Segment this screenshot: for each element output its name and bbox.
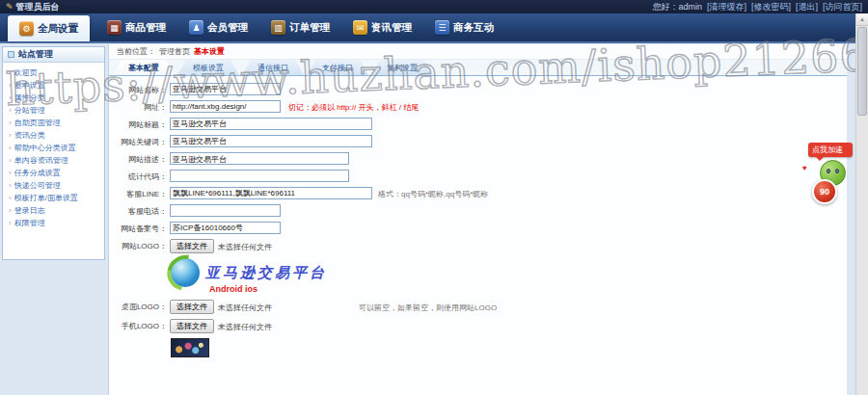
sidebar-item-express[interactable]: ›快递公司管理: [9, 179, 104, 192]
sidebar-item-basic-settings[interactable]: ›基本设置: [9, 79, 104, 92]
sidebar-item-login-log[interactable]: ›登录日志: [9, 204, 104, 217]
site-description-textarea[interactable]: 亚马逊交易平台: [170, 152, 349, 165]
nav-tab-interaction[interactable]: ☰ 商务互动: [423, 13, 505, 41]
scrollbar-up-icon[interactable]: ▲: [856, 13, 868, 26]
icp-number-label: 网站备案号：: [113, 222, 167, 234]
scrollbar-thumb[interactable]: [857, 27, 867, 116]
site-url-input[interactable]: [170, 100, 281, 113]
site-keywords-input[interactable]: [170, 135, 372, 147]
site-name-label: 网站名称：: [113, 83, 167, 95]
mobile-logo-preview-image: [171, 338, 209, 357]
site-logo-choose-file-button[interactable]: 选择文件: [170, 239, 214, 253]
logout-link[interactable]: [退出]: [796, 1, 818, 13]
site-url-note: 切记：必须以 http:// 开头，斜杠 / 结尾: [288, 100, 419, 113]
site-name-input[interactable]: [170, 83, 281, 95]
icp-number-input[interactable]: [170, 222, 281, 234]
tab-compound-settings[interactable]: 复利设置: [371, 60, 433, 75]
chevron-right-icon: ›: [9, 131, 12, 140]
speedup-widget: 点我加速 ♥ 90: [808, 143, 853, 157]
clear-cache-link[interactable]: [清理缓存]: [707, 1, 746, 13]
interaction-icon: ☰: [435, 20, 449, 35]
chevron-right-icon: ›: [9, 156, 12, 165]
speed-score-ball[interactable]: 90: [812, 179, 837, 204]
sidebar-item-single-news[interactable]: ›单内容资讯管理: [9, 154, 104, 167]
chevron-right-icon: ›: [9, 181, 12, 190]
analytics-code-textarea[interactable]: [170, 170, 349, 182]
sidebar-item-substation[interactable]: ›分站管理: [9, 104, 104, 117]
sidebar-item-print-template[interactable]: ›模板打单/面单设置: [9, 192, 104, 204]
sidebar-item-news-category[interactable]: ›资讯分类: [9, 129, 104, 142]
tab-basic-config[interactable]: 基本配置: [113, 60, 175, 75]
chevron-right-icon: ›: [9, 68, 12, 77]
logo-title-text: 亚马逊交易平台: [205, 264, 327, 282]
sidebar-item-attribute-category[interactable]: ›属性分类: [9, 92, 104, 104]
greeting-text: 您好：admin: [652, 1, 702, 13]
desktop-logo-choose-file-button[interactable]: 选择文件: [170, 300, 214, 314]
nav-tab-label: 订单管理: [289, 21, 330, 35]
nav-tab-products[interactable]: ▦ 商品管理: [95, 13, 177, 41]
site-logo-preview: 亚马逊交易平台 Android ios: [171, 258, 847, 294]
site-home-link[interactable]: [访问首页]: [823, 1, 862, 13]
chevron-right-icon: ›: [9, 81, 12, 90]
sidebar-item-help-center[interactable]: ›帮助中心分类设置: [9, 142, 104, 154]
nav-tab-label: 资讯管理: [371, 21, 412, 35]
news-icon: ✉: [353, 20, 367, 35]
speedup-bubble-button[interactable]: 点我加速: [808, 143, 853, 157]
tab-payment-api[interactable]: 支付接口: [307, 60, 368, 75]
service-line-input[interactable]: [170, 187, 372, 199]
vertical-scrollbar[interactable]: ▲: [855, 13, 868, 395]
top-links: 您好：admin [清理缓存] [修改密码] [退出] [访问首页]: [652, 1, 862, 13]
chevron-right-icon: ›: [9, 106, 12, 115]
breadcrumb: 当前位置： 管理首页 基本设置: [109, 44, 847, 60]
sidebar-header: 站点管理: [3, 47, 104, 63]
sidebar-item-task-share[interactable]: ›任务分成设置: [9, 167, 104, 179]
chevron-right-icon: ›: [9, 118, 12, 127]
logo-subtitle-text: Android ios: [209, 284, 847, 294]
service-line-note: 格式：qq号码*昵称,qq号码*昵称: [378, 187, 488, 199]
change-password-link[interactable]: [修改密码]: [751, 1, 791, 13]
breadcrumb-prefix: 当前位置：: [117, 46, 155, 57]
chevron-right-icon: ›: [9, 206, 12, 215]
top-bar: ✎ 管理员后台 您好：admin [清理缓存] [修改密码] [退出] [访问首…: [0, 0, 868, 13]
site-keywords-label: 网站关键词：: [113, 135, 167, 147]
chevron-right-icon: ›: [9, 194, 12, 202]
app-title: 管理员后台: [16, 1, 60, 13]
service-line-label: 客服LINE：: [113, 187, 167, 199]
nav-tab-members[interactable]: ♟ 会员管理: [177, 13, 259, 41]
pencil-icon: ✎: [6, 2, 14, 12]
sidebar-header-label: 站点管理: [18, 48, 53, 61]
service-phone-input[interactable]: [170, 204, 281, 217]
nav-tab-label: 商务互动: [453, 21, 494, 35]
sidebar-item-welcome[interactable]: ›欢迎页: [9, 66, 104, 79]
settings-form: 网站名称： 网址： 切记：必须以 http:// 开头，斜杠 / 结尾 网站标题…: [109, 76, 847, 357]
site-description-label: 网站描述：: [113, 152, 167, 165]
sidebar-item-permissions[interactable]: ›权限管理: [9, 217, 104, 229]
desktop-logo-note: 可以留空，如果留空，则使用网站LOGO: [359, 301, 497, 313]
main-nav: ⚙ 全局设置 ▦ 商品管理 ♟ 会员管理 ▥ 订单管理 ✉ 资讯管理 ☰ 商务互…: [0, 13, 868, 43]
chevron-right-icon: ›: [9, 169, 12, 177]
breadcrumb-home-link[interactable]: 管理首页: [159, 46, 190, 57]
site-url-label: 网址：: [113, 100, 167, 113]
tab-communication-api[interactable]: 通信接口: [242, 60, 304, 75]
square-bullet-icon: [8, 51, 14, 58]
chevron-right-icon: ›: [9, 93, 12, 102]
mobile-logo-file-status: 未选择任何文件: [218, 321, 272, 332]
mobile-logo-choose-file-button[interactable]: 选择文件: [170, 319, 214, 333]
nav-tab-news[interactable]: ✉ 资讯管理: [341, 13, 423, 41]
logo-globe-icon: [171, 258, 200, 287]
site-logo-label: 网站LOGO：: [113, 239, 167, 251]
sidebar: 站点管理 ›欢迎页 ›基本设置 ›属性分类 ›分站管理 ›自助页面管理 ›资讯分…: [2, 46, 105, 260]
nav-tab-label: 会员管理: [207, 21, 248, 35]
products-icon: ▦: [107, 20, 122, 35]
nav-tab-global-settings[interactable]: ⚙ 全局设置: [8, 15, 90, 41]
main-panel: 当前位置： 管理首页 基本设置 基本配置 模板设置 通信接口 支付接口 复利设置…: [108, 44, 847, 395]
tab-template-settings[interactable]: 模板设置: [177, 60, 239, 75]
site-title-input[interactable]: [170, 118, 372, 130]
orders-icon: ▥: [271, 20, 285, 35]
nav-tab-orders[interactable]: ▥ 订单管理: [259, 13, 341, 41]
settings-tabstrip: 基本配置 模板设置 通信接口 支付接口 复利设置: [109, 60, 847, 76]
nav-tab-label: 商品管理: [125, 21, 166, 35]
nav-tab-label: 全局设置: [38, 22, 78, 36]
breadcrumb-current: 基本设置: [194, 46, 225, 57]
sidebar-item-self-page[interactable]: ›自助页面管理: [9, 117, 104, 129]
